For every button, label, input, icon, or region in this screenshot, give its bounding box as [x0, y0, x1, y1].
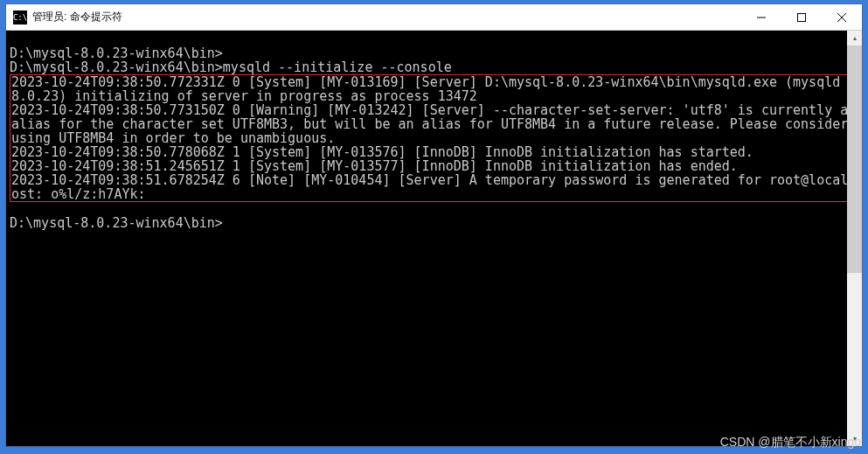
scroll-thumb[interactable] — [847, 45, 862, 273]
scroll-up-button[interactable]: ▴ — [847, 31, 862, 45]
close-button[interactable] — [822, 4, 862, 30]
command-text: mysqld --initialize --console — [223, 59, 452, 75]
output-highlight-box: 2023-10-24T09:38:50.772331Z 0 [System] [… — [10, 74, 858, 202]
output-line: 2023-10-24T09:38:51.678254Z 6 [Note] [MY… — [11, 172, 856, 202]
maximize-icon — [797, 13, 806, 22]
cmd-window: C:\ 管理员: 命令提示符 D:\mysql-8.0.23-winx64\bi… — [5, 3, 863, 447]
output-line: 2023-10-24T09:38:50.773150Z 0 [Warning] … — [11, 102, 862, 146]
watermark-text: CSDN @腊笔不小新xingo — [720, 435, 861, 451]
minimize-button[interactable] — [741, 4, 781, 30]
window-controls — [741, 4, 862, 30]
output-line: 2023-10-24T09:38:50.772331Z 0 [System] [… — [11, 74, 848, 104]
vertical-scrollbar[interactable]: ▴ ▾ — [847, 31, 862, 446]
prompt-line: D:\mysql-8.0.23-winx64\bin> — [10, 215, 223, 231]
window-title: 管理员: 命令提示符 — [32, 10, 122, 24]
svg-rect-1 — [798, 13, 806, 21]
chevron-up-icon: ▴ — [853, 34, 857, 42]
terminal-content: D:\mysql-8.0.23-winx64\bin> D:\mysql-8.0… — [6, 31, 862, 246]
maximize-button[interactable] — [781, 4, 822, 30]
titlebar[interactable]: C:\ 管理员: 命令提示符 — [6, 4, 862, 31]
close-icon — [837, 13, 846, 22]
cmd-icon: C:\ — [13, 10, 27, 24]
terminal-area[interactable]: D:\mysql-8.0.23-winx64\bin> D:\mysql-8.0… — [6, 31, 862, 446]
prompt-line: D:\mysql-8.0.23-winx64\bin> — [10, 59, 223, 75]
minimize-icon — [757, 13, 766, 22]
